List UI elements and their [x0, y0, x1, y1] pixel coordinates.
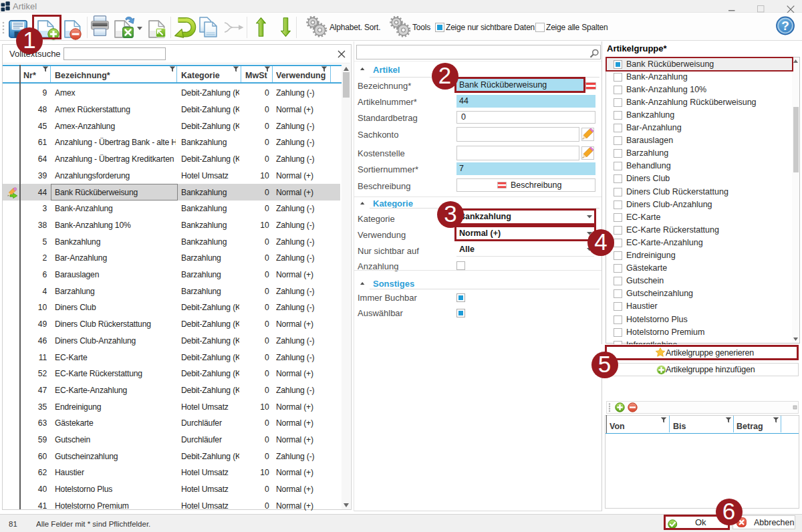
svg-text:?: ?: [781, 19, 789, 33]
